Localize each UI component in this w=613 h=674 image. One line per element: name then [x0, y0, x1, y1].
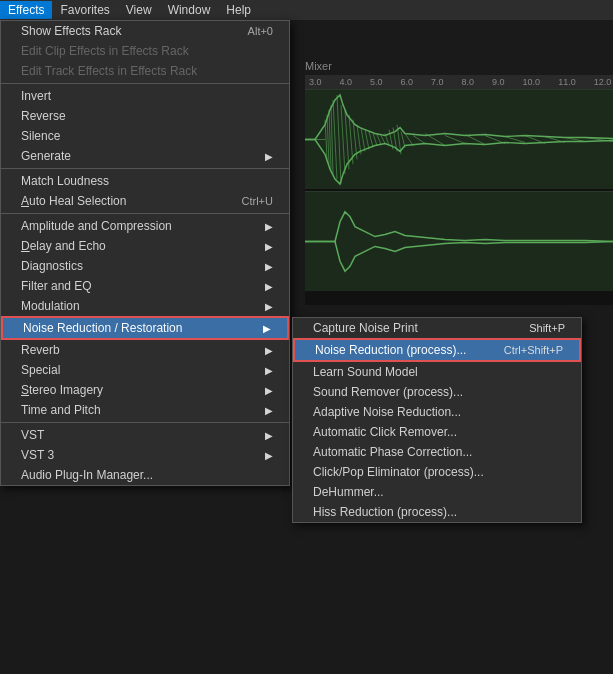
submenu-arrow-icon: ▶: [265, 365, 273, 376]
menu-item-label: Stereo Imagery: [21, 383, 103, 397]
menu-item-auto-heal[interactable]: Auto Heal Selection Ctrl+U: [1, 191, 289, 214]
waveform-track-1: [305, 89, 613, 189]
menu-item-label: Amplitude and Compression: [21, 219, 172, 233]
menu-item-label: Reverse: [21, 109, 66, 123]
menu-item-label: Time and Pitch: [21, 403, 101, 417]
waveform-area: 3.0 4.0 5.0 6.0 7.0 8.0 9.0 10.0 11.0 12…: [305, 75, 613, 305]
menu-item-shortcut: Ctrl+U: [242, 195, 273, 207]
waveform-track-2: [305, 191, 613, 291]
menu-item-match-loudness[interactable]: Match Loudness: [1, 171, 289, 191]
mixer-label: Mixer: [305, 60, 332, 72]
menu-item-vst[interactable]: VST ▶: [1, 425, 289, 445]
menu-item-edit-track-effects: Edit Track Effects in Effects Rack: [1, 61, 289, 84]
menu-item-label: Auto Heal Selection: [21, 194, 126, 208]
menu-item-delay-echo[interactable]: Delay and Echo ▶: [1, 236, 289, 256]
menu-item-show-effects-rack[interactable]: Show Effects Rack Alt+0: [1, 21, 289, 41]
submenu-item-dehummer[interactable]: DeHummer...: [293, 482, 581, 502]
menu-item-filter-eq[interactable]: Filter and EQ ▶: [1, 276, 289, 296]
menu-item-label: Show Effects Rack: [21, 24, 122, 38]
submenu-item-label: Click/Pop Eliminator (process)...: [313, 465, 484, 479]
timeline-ruler: 3.0 4.0 5.0 6.0 7.0 8.0 9.0 10.0 11.0 12…: [305, 75, 613, 89]
menu-item-shortcut: Alt+0: [248, 25, 273, 37]
menu-item-reverse[interactable]: Reverse: [1, 106, 289, 126]
submenu-item-label: Learn Sound Model: [313, 365, 418, 379]
submenu-item-hiss-reduction[interactable]: Hiss Reduction (process)...: [293, 502, 581, 522]
submenu-item-label: Capture Noise Print: [313, 321, 418, 335]
menu-bar: Effects Favorites View Window Help: [0, 0, 613, 20]
menu-item-generate[interactable]: Generate ▶: [1, 146, 289, 169]
submenu-item-learn-sound[interactable]: Learn Sound Model: [293, 362, 581, 382]
menu-bar-window[interactable]: Window: [160, 1, 219, 19]
submenu-item-label: Noise Reduction (process)...: [315, 343, 466, 357]
menu-item-modulation[interactable]: Modulation ▶: [1, 296, 289, 316]
submenu-item-label: Hiss Reduction (process)...: [313, 505, 457, 519]
menu-item-silence[interactable]: Silence: [1, 126, 289, 146]
submenu-item-phase-correction[interactable]: Automatic Phase Correction...: [293, 442, 581, 462]
menu-bar-view[interactable]: View: [118, 1, 160, 19]
submenu-item-label: Adaptive Noise Reduction...: [313, 405, 461, 419]
submenu-item-click-remover[interactable]: Automatic Click Remover...: [293, 422, 581, 442]
menu-item-edit-clip-effects: Edit Clip Effects in Effects Rack: [1, 41, 289, 61]
menu-item-label: Edit Clip Effects in Effects Rack: [21, 44, 189, 58]
menu-bar-favorites[interactable]: Favorites: [52, 1, 117, 19]
submenu-arrow-icon: ▶: [265, 301, 273, 312]
menu-item-label: VST: [21, 428, 44, 442]
menu-item-label: Match Loudness: [21, 174, 109, 188]
menu-item-time-pitch[interactable]: Time and Pitch ▶: [1, 400, 289, 423]
menu-item-label: Generate: [21, 149, 71, 163]
menu-item-noise-reduction[interactable]: Noise Reduction / Restoration ▶ Capture …: [1, 316, 289, 340]
menu-item-label: Noise Reduction / Restoration: [23, 321, 182, 335]
submenu-arrow-icon: ▶: [265, 430, 273, 441]
submenu-item-label: Automatic Phase Correction...: [313, 445, 472, 459]
submenu-arrow-icon: ▶: [265, 281, 273, 292]
effects-menu: Show Effects Rack Alt+0 Edit Clip Effect…: [0, 20, 290, 486]
menu-bar-help[interactable]: Help: [218, 1, 259, 19]
menu-item-label: Invert: [21, 89, 51, 103]
submenu-arrow-icon: ▶: [265, 405, 273, 416]
submenu-item-noise-reduction-process[interactable]: Noise Reduction (process)... Ctrl+Shift+…: [293, 338, 581, 362]
menu-item-label: VST 3: [21, 448, 54, 462]
menu-item-special[interactable]: Special ▶: [1, 360, 289, 380]
menu-item-label: Silence: [21, 129, 60, 143]
submenu-arrow-icon: ▶: [265, 385, 273, 396]
submenu-item-shortcut: Shift+P: [529, 322, 565, 334]
submenu-arrow-icon: ▶: [265, 241, 273, 252]
submenu-item-label: Automatic Click Remover...: [313, 425, 457, 439]
menu-item-stereo-imagery[interactable]: Stereo Imagery ▶: [1, 380, 289, 400]
svg-rect-35: [305, 192, 613, 291]
menu-item-diagnostics[interactable]: Diagnostics ▶: [1, 256, 289, 276]
menu-item-label: Modulation: [21, 299, 80, 313]
menu-item-label: Edit Track Effects in Effects Rack: [21, 64, 197, 78]
submenu-arrow-icon: ▶: [265, 261, 273, 272]
menu-item-vst3[interactable]: VST 3 ▶: [1, 445, 289, 465]
menu-item-amplitude[interactable]: Amplitude and Compression ▶: [1, 216, 289, 236]
submenu-item-sound-remover[interactable]: Sound Remover (process)...: [293, 382, 581, 402]
submenu-item-shortcut: Ctrl+Shift+P: [504, 344, 563, 356]
submenu-arrow-icon: ▶: [265, 345, 273, 356]
submenu-arrow-icon: ▶: [265, 450, 273, 461]
submenu-item-click-pop[interactable]: Click/Pop Eliminator (process)...: [293, 462, 581, 482]
submenu-item-label: Sound Remover (process)...: [313, 385, 463, 399]
submenu-item-capture-noise[interactable]: Capture Noise Print Shift+P: [293, 318, 581, 338]
menu-item-label: Special: [21, 363, 60, 377]
menu-item-label: Delay and Echo: [21, 239, 106, 253]
menu-item-label: Diagnostics: [21, 259, 83, 273]
menu-bar-effects[interactable]: Effects: [0, 1, 52, 19]
submenu-arrow-icon: ▶: [263, 323, 271, 334]
menu-item-reverb[interactable]: Reverb ▶: [1, 340, 289, 360]
noise-reduction-submenu: Capture Noise Print Shift+P Noise Reduct…: [292, 317, 582, 523]
submenu-item-label: DeHummer...: [313, 485, 384, 499]
menu-item-invert[interactable]: Invert: [1, 86, 289, 106]
menu-item-label: Reverb: [21, 343, 60, 357]
menu-item-label: Audio Plug-In Manager...: [21, 468, 153, 482]
submenu-arrow-icon: ▶: [265, 221, 273, 232]
menu-item-audio-plugin-manager[interactable]: Audio Plug-In Manager...: [1, 465, 289, 485]
menu-item-label: Filter and EQ: [21, 279, 92, 293]
submenu-item-adaptive-noise[interactable]: Adaptive Noise Reduction...: [293, 402, 581, 422]
submenu-arrow-icon: ▶: [265, 151, 273, 162]
